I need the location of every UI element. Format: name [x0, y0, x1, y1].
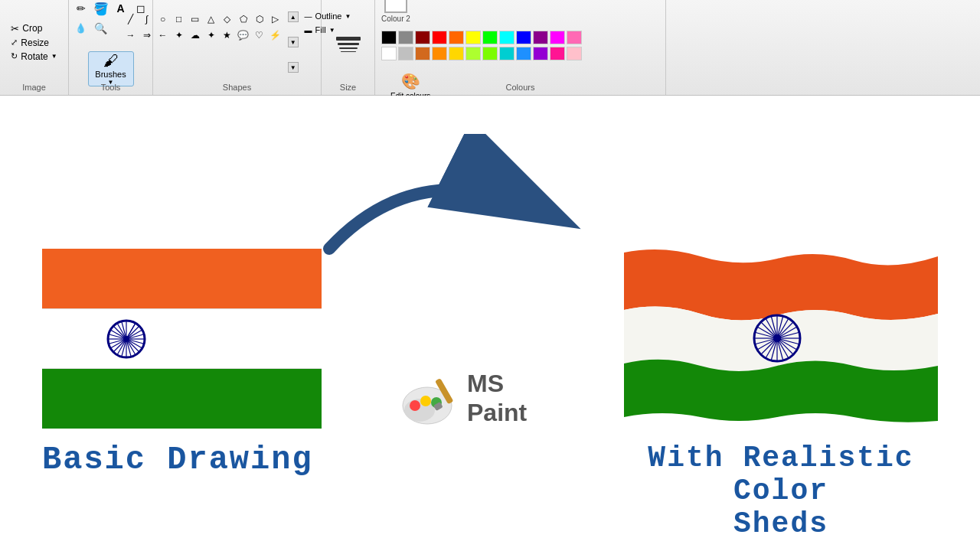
- star5-shape[interactable]: ★: [220, 28, 235, 43]
- shapes-section: ╱ ∫ ○ □ ▭ △ ◇ ⬠ ⬡ ▷ → ⇒ ← ✦ ☁ ✦: [153, 0, 322, 95]
- colours-section: Colour 1 Colour 2: [375, 0, 666, 95]
- color-picker-icon: 💧: [75, 23, 87, 34]
- colours-section-label: Colours: [506, 83, 535, 92]
- size-line-thick: [336, 37, 361, 41]
- shapes-section-label: Shapes: [223, 83, 251, 92]
- palette-yellow[interactable]: [466, 31, 481, 44]
- curve-shape[interactable]: ∫: [139, 11, 155, 27]
- image-section: ✂ Crop ⤢ Resize ↻ Rotate ▼ Image: [0, 0, 69, 95]
- palette-purple[interactable]: [533, 31, 548, 44]
- canvas-area: MS Paint Basic Drawing With Realistic Co…: [0, 96, 980, 551]
- crop-icon: ✂: [11, 23, 19, 34]
- size-line-thin: [339, 47, 358, 49]
- rotate-chevron: ▼: [51, 53, 57, 60]
- pencil-tool[interactable]: ✏: [72, 0, 90, 18]
- ribbon-toolbar: ✂ Crop ⤢ Resize ↻ Rotate ▼ Image ✏ 🪣 A ◻…: [0, 0, 980, 96]
- line-shape[interactable]: ╱: [123, 11, 139, 27]
- right-flag-svg: [624, 245, 938, 425]
- palette-blue[interactable]: [516, 31, 531, 44]
- palette-gray[interactable]: [398, 31, 413, 44]
- palette-gold[interactable]: [449, 47, 464, 60]
- resize-tool[interactable]: ⤢ Resize: [8, 37, 59, 49]
- arrow-left-shape[interactable]: ←: [155, 28, 171, 43]
- pentagon-shape[interactable]: ⬠: [236, 11, 251, 27]
- star4-shape[interactable]: ✦: [204, 28, 219, 43]
- size-section: Size: [322, 0, 375, 95]
- triangle-shape[interactable]: △: [204, 11, 219, 27]
- arrow-right-shape[interactable]: ▷: [268, 11, 283, 27]
- arrow-4way[interactable]: ✦: [172, 28, 187, 43]
- palette-cyan[interactable]: [499, 31, 514, 44]
- shapes-grid: ╱ ∫ ○ □ ▭ △ ◇ ⬠ ⬡ ▷ → ⇒ ← ✦ ☁ ✦: [123, 11, 283, 43]
- magnify-tool[interactable]: 🔍: [92, 19, 110, 37]
- hexagon-shape[interactable]: ⬡: [252, 11, 267, 27]
- realistic-label: With Realistic Color Sheds: [628, 442, 934, 540]
- roundrect-shape[interactable]: ▭: [188, 11, 203, 27]
- palette-white[interactable]: [381, 47, 397, 60]
- palette-green[interactable]: [482, 31, 498, 44]
- tools-section-label: Tools: [101, 83, 121, 92]
- palette-lightpink[interactable]: [567, 47, 582, 60]
- fill-icon: 🪣: [93, 2, 109, 16]
- svg-point-55: [410, 400, 420, 411]
- flag-stripe-bottom: [42, 369, 322, 429]
- palette-dodgerblue[interactable]: [516, 47, 531, 60]
- brushes-label: Brushes: [95, 70, 126, 79]
- palette-teal[interactable]: [499, 47, 514, 60]
- speech-shape[interactable]: 💬: [236, 28, 251, 43]
- oval-shape[interactable]: ○: [155, 11, 171, 27]
- lightning-shape[interactable]: ⚡: [268, 28, 283, 43]
- fill-shape-icon: ▬: [305, 26, 312, 34]
- palette-red[interactable]: [432, 31, 447, 44]
- mspaint-logo: MS Paint: [398, 367, 527, 429]
- right-flag: [624, 245, 934, 421]
- svg-point-56: [420, 396, 431, 406]
- image-section-label: Image: [22, 83, 46, 92]
- palette-lawngreen[interactable]: [482, 47, 498, 60]
- size-icon-group: [336, 37, 361, 52]
- rotate-icon: ↻: [11, 51, 18, 61]
- magnify-icon: 🔍: [94, 22, 107, 34]
- palette-pink[interactable]: [567, 31, 582, 44]
- fill-tool[interactable]: 🪣: [92, 0, 110, 18]
- flag-stripe-middle: [42, 308, 322, 369]
- brush-icon: 🖌: [103, 52, 119, 70]
- arrow-shape2[interactable]: →: [123, 28, 139, 43]
- size-section-label: Size: [340, 83, 356, 92]
- mspaint-icon: [398, 367, 459, 429]
- crop-tool[interactable]: ✂ Crop: [8, 22, 59, 35]
- diamond-shape[interactable]: ◇: [220, 11, 235, 27]
- palette-darkorange[interactable]: [432, 47, 447, 60]
- resize-icon: ⤢: [11, 37, 18, 47]
- shapes-scroll-middle[interactable]: ▼: [288, 37, 299, 47]
- palette-magenta[interactable]: [550, 31, 565, 44]
- palette-yellowgreen[interactable]: [466, 47, 481, 60]
- flag-stripe-top: [42, 249, 322, 308]
- palette-silver[interactable]: [398, 47, 413, 60]
- basic-drawing-label: Basic Drawing: [42, 442, 313, 478]
- outline-icon: —: [305, 12, 312, 21]
- size-line-thinnest: [341, 51, 356, 52]
- callout-shape[interactable]: ☁: [188, 28, 203, 43]
- palette-brown[interactable]: [415, 47, 430, 60]
- colour2-label: Colour 2: [381, 15, 410, 23]
- colour2-large[interactable]: [384, 0, 407, 13]
- palette-deeppink[interactable]: [550, 47, 565, 60]
- color-picker-tool[interactable]: 💧: [72, 19, 90, 37]
- image-tools: ✂ Crop ⤢ Resize ↻ Rotate ▼: [8, 22, 59, 63]
- palette-violet[interactable]: [533, 47, 548, 60]
- rotate-tool[interactable]: ↻ Rotate ▼: [8, 51, 59, 63]
- pencil-icon: ✏: [77, 2, 86, 15]
- size-line-medium: [338, 43, 359, 45]
- arrow-shape3[interactable]: ⇒: [139, 28, 155, 43]
- left-flag: [42, 249, 322, 429]
- rect-shape[interactable]: □: [172, 11, 187, 27]
- shapes-scroll-down[interactable]: ▼: [288, 62, 299, 73]
- heart-shape[interactable]: ♡: [252, 28, 267, 43]
- palette-black[interactable]: [381, 31, 397, 44]
- palette-orange[interactable]: [449, 31, 464, 44]
- shapes-scroll: ▲ ▼ ▼: [288, 11, 299, 73]
- shapes-scroll-up[interactable]: ▲: [288, 11, 299, 22]
- edit-colours-icon: 🎨: [401, 71, 420, 91]
- palette-darkred[interactable]: [415, 31, 430, 44]
